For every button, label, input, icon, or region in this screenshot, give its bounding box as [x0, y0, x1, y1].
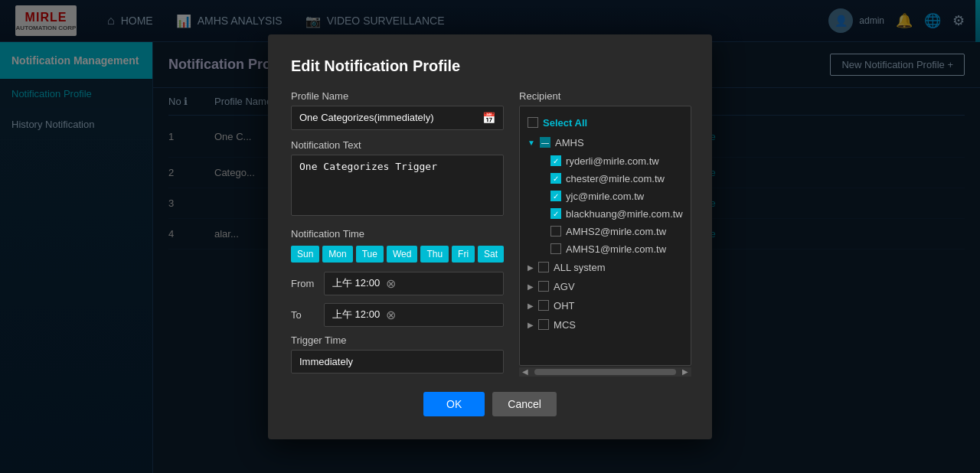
edit-notification-dialog: Edit Notification Profile Profile Name 📅… [268, 34, 712, 439]
dialog-left: Profile Name 📅 Notification Text One Cat… [291, 90, 504, 377]
day-sat[interactable]: Sat [478, 246, 504, 263]
recipient-label: Recipient [519, 90, 691, 102]
day-buttons: Sun Mon Tue Wed Thu Fri Sat [291, 246, 504, 263]
select-all-label: Select All [543, 117, 587, 129]
modal-overlay: Edit Notification Profile Profile Name 📅… [0, 0, 980, 473]
day-thu[interactable]: Thu [420, 246, 449, 263]
all-system-label: ALL system [554, 262, 605, 273]
all-system-expand-icon: ▶ [528, 263, 534, 272]
email-amhs1: AMHS1@mirle.com.tw [566, 243, 666, 255]
dialog-title: Edit Notification Profile [291, 57, 689, 75]
rec-item-chester[interactable]: chester@mirle.com.tw [520, 170, 691, 188]
agv-checkbox[interactable] [538, 281, 549, 292]
scroll-thumb[interactable] [534, 369, 676, 375]
mcs-checkbox[interactable] [538, 319, 549, 330]
trigger-time-select[interactable]: Immediately Alarm remained 30 mins Alarm… [291, 350, 504, 374]
from-row: From 上午 12:00 ⊗ [291, 272, 504, 295]
rec-item-amhs2[interactable]: AMHS2@mirle.com.tw [520, 223, 691, 240]
to-clear-icon[interactable]: ⊗ [386, 308, 396, 322]
group-agv[interactable]: ▶ AGV [520, 277, 691, 296]
mcs-expand-icon: ▶ [528, 321, 534, 329]
from-label: From [291, 278, 318, 289]
amhs-expand-icon: ▼ [528, 139, 535, 147]
agv-expand-icon: ▶ [528, 282, 534, 291]
dialog-body: Profile Name 📅 Notification Text One Cat… [291, 90, 689, 377]
profile-name-input-wrapper[interactable]: 📅 [291, 106, 504, 130]
notif-text-input[interactable]: One Categorizes Trigger [291, 155, 504, 216]
cancel-button[interactable]: Cancel [492, 392, 557, 416]
checkbox-yjc[interactable] [550, 191, 561, 201]
checkbox-amhs2[interactable] [550, 226, 561, 236]
from-clear-icon[interactable]: ⊗ [386, 276, 396, 291]
oht-expand-icon: ▶ [528, 302, 534, 310]
checkbox-chester[interactable] [550, 173, 561, 184]
recipient-box[interactable]: Select All ▼ AMHS ryderli@mirle.com.tw [519, 106, 691, 366]
rec-item-amhs1[interactable]: AMHS1@mirle.com.tw [520, 240, 691, 258]
checkbox-ryderli[interactable] [550, 155, 561, 166]
day-mon[interactable]: Mon [322, 246, 352, 263]
to-time-input[interactable]: 上午 12:00 ⊗ [324, 303, 504, 327]
from-time-input[interactable]: 上午 12:00 ⊗ [324, 272, 504, 295]
day-sun[interactable]: Sun [291, 246, 319, 263]
email-blackhuang: blackhuang@mirle.com.tw [566, 208, 683, 220]
select-all-checkbox[interactable] [528, 117, 538, 128]
checkbox-blackhuang[interactable] [550, 208, 561, 219]
rec-item-yjc[interactable]: yjc@mirle.com.tw [520, 188, 691, 205]
to-time-value: 上午 12:00 [332, 308, 380, 321]
oht-checkbox[interactable] [538, 300, 549, 311]
email-amhs2: AMHS2@mirle.com.tw [566, 226, 666, 237]
select-all-row[interactable]: Select All [520, 113, 691, 133]
day-tue[interactable]: Tue [356, 246, 384, 263]
scroll-left-icon[interactable]: ◀ [519, 367, 531, 376]
calendar-icon: 📅 [482, 112, 495, 124]
notif-text-label: Notification Text [291, 139, 504, 151]
to-label: To [291, 309, 318, 321]
scroll-right-icon[interactable]: ▶ [679, 367, 691, 376]
checkbox-amhs1[interactable] [550, 243, 561, 254]
group-all-system[interactable]: ▶ ALL system [520, 258, 691, 277]
amhs-label: AMHS [555, 137, 584, 148]
amhs-checkbox[interactable] [540, 137, 550, 148]
day-fri[interactable]: Fri [452, 246, 475, 263]
notif-time-label: Notification Time [291, 228, 504, 240]
oht-label: OHT [554, 300, 574, 312]
to-row: To 上午 12:00 ⊗ [291, 303, 504, 327]
email-yjc: yjc@mirle.com.tw [566, 191, 644, 202]
all-system-checkbox[interactable] [538, 262, 549, 272]
profile-name-input[interactable] [299, 112, 482, 123]
profile-name-label: Profile Name [291, 90, 504, 102]
rec-item-blackhuang[interactable]: blackhuang@mirle.com.tw [520, 205, 691, 223]
day-wed[interactable]: Wed [387, 246, 417, 263]
group-oht[interactable]: ▶ OHT [520, 296, 691, 315]
email-chester: chester@mirle.com.tw [566, 173, 665, 184]
group-amhs[interactable]: ▼ AMHS [520, 133, 691, 152]
mcs-label: MCS [554, 319, 576, 331]
ok-button[interactable]: OK [423, 392, 485, 416]
rec-item-ryderli[interactable]: ryderli@mirle.com.tw [520, 152, 691, 170]
dialog-footer: OK Cancel [291, 392, 689, 416]
group-mcs[interactable]: ▶ MCS [520, 315, 691, 334]
trigger-label: Trigger Time [291, 334, 504, 346]
email-ryderli: ryderli@mirle.com.tw [566, 155, 659, 167]
dialog-right: Recipient Select All ▼ AMHS [519, 90, 691, 377]
agv-label: AGV [554, 281, 574, 292]
recipient-hscrollbar[interactable]: ◀ ▶ [519, 367, 691, 377]
from-time-value: 上午 12:00 [332, 276, 380, 290]
